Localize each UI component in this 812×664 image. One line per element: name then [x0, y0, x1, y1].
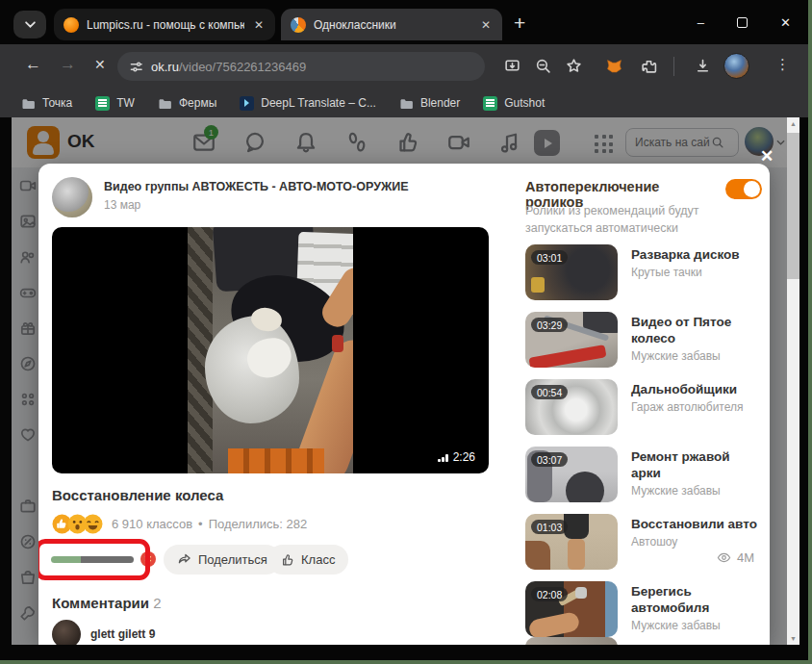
recommendation-item-partial[interactable]	[525, 637, 758, 645]
folder-icon	[21, 97, 36, 110]
video-player[interactable]: 2:26	[52, 227, 489, 473]
desktop-background: Lumpics.ru - помощь с компью ✕ Однокласс…	[0, 0, 812, 664]
rec-subtitle: Автошоу	[631, 535, 758, 549]
shares-count[interactable]: Поделились: 282	[209, 517, 308, 531]
recommendation-item[interactable]: 03:07 Ремонт ржавой аркиМужские забавы	[525, 447, 758, 502]
recommendation-item[interactable]: 00:54 ДальнобойщикиГараж автолюбителя	[525, 379, 758, 435]
bookmark-tw[interactable]: TW	[95, 96, 135, 111]
tab-strip: Lumpics.ru - помощь с компью ✕ Однокласс…	[0, 0, 808, 44]
comments-title: Комментарии	[52, 595, 149, 611]
browser-profile-avatar[interactable]	[723, 53, 749, 79]
recommendation-item[interactable]: 03:29 Видео от Пятое колесоМужские забав…	[525, 312, 758, 368]
video-title: Восстановление колеса	[52, 487, 223, 503]
video-thumbnail[interactable]: 01:03	[525, 514, 618, 570]
video-thumbnail[interactable]: 03:07	[525, 447, 618, 502]
autoplay-desc-line2: запускаться автоматически	[525, 221, 678, 235]
install-icon[interactable]	[504, 58, 520, 74]
stop-button[interactable]: ✕	[94, 57, 106, 72]
video-thumbnail[interactable]: 00:54	[525, 379, 618, 435]
maximize-button[interactable]	[737, 17, 748, 28]
autoplay-desc-line1: Ролики из рекомендаций будут	[525, 204, 699, 217]
recommendation-item[interactable]: 01:03 Восстановили автоАвтошоу	[525, 514, 758, 570]
video-thumbnail[interactable]: 02:08	[525, 581, 618, 637]
modal-close-button[interactable]: ✕	[760, 146, 774, 166]
extensions-puzzle-icon[interactable]	[641, 58, 657, 74]
video-thumbnail[interactable]	[525, 637, 618, 645]
folder-icon	[158, 97, 172, 110]
minimize-button[interactable]: –	[698, 15, 704, 30]
rec-subtitle: Мужские забавы	[631, 619, 758, 632]
bookmark-gutshot[interactable]: Gutshot	[483, 96, 545, 111]
share-label: Поделиться	[198, 552, 267, 567]
video-thumbnail[interactable]: 03:01	[525, 244, 618, 300]
back-button[interactable]: ←	[25, 55, 41, 74]
group-avatar[interactable]	[52, 177, 92, 217]
site-info-icon[interactable]	[129, 60, 143, 74]
url-host: ok.ru	[151, 60, 179, 74]
scrollbar-thumb[interactable]	[787, 133, 799, 279]
forward-button[interactable]: →	[60, 55, 76, 74]
group-name[interactable]: Видео группы АВТОЖЕСТЬ - АВТО-МОТО-ОРУЖИ…	[104, 180, 409, 193]
post-date: 13 мар	[104, 198, 140, 212]
download-icon[interactable]	[695, 58, 711, 74]
address-bar[interactable]: ok.ru/video/7562261236469	[117, 52, 485, 81]
dot-separator: •	[198, 517, 203, 531]
metamask-fox-icon[interactable]	[606, 58, 622, 74]
sheets-icon	[95, 96, 110, 111]
video-modal: Видео группы АВТОЖЕСТЬ - АВТО-МОТО-ОРУЖИ…	[38, 164, 770, 645]
rec-title[interactable]: Ремонт ржавой арки	[631, 448, 758, 481]
comment-author[interactable]: glett gilett 9	[90, 627, 155, 641]
bookmark-label: TW	[116, 96, 135, 110]
scroll-down-arrow[interactable]: ▼	[787, 635, 799, 642]
bookmark-folder[interactable]: Фермы	[158, 96, 216, 110]
duration-badge: 02:08	[531, 587, 568, 601]
class-like-button[interactable]: Класс	[267, 545, 348, 575]
deepl-icon	[240, 96, 254, 111]
comment-avatar[interactable]	[52, 620, 81, 645]
share-button[interactable]: Поделиться	[164, 545, 281, 575]
autoplay-toggle[interactable]	[725, 179, 762, 199]
recommendation-item[interactable]: 02:08 Берегись автомобиляМужские забавы	[525, 581, 758, 637]
rec-title[interactable]: Видео от Пятое колесо	[631, 314, 758, 346]
rec-title[interactable]: Разварка дисков	[631, 246, 758, 263]
rec-title[interactable]: Берегись автомобиля	[631, 583, 758, 616]
share-arrow-icon	[177, 553, 191, 566]
sheets-icon	[483, 96, 497, 111]
comments-heading: Комментарии 2	[52, 595, 162, 611]
tab-close-icon[interactable]: ✕	[479, 18, 493, 32]
bookmark-deepl[interactable]: DeepL Translate – C...	[240, 96, 376, 111]
toolbar-divider	[673, 57, 674, 76]
classes-count[interactable]: 6 910 классов	[112, 517, 192, 531]
tab-odnoklassniki[interactable]: Одноклассники ✕	[281, 9, 502, 40]
reactions-row: 6 910 классов • Поделились: 282	[52, 514, 307, 534]
browser-menu-button[interactable]: ⋮	[775, 56, 790, 73]
tab-label: Одноклассники	[314, 18, 471, 32]
page-scrollbar[interactable]: ▲ ▼	[787, 117, 799, 645]
scroll-up-arrow[interactable]: ▲	[787, 120, 799, 127]
folder-icon	[399, 97, 414, 110]
tab-label: Lumpics.ru - помощь с компью	[87, 18, 244, 32]
class-label: Класс	[301, 552, 335, 567]
bookmark-folder[interactable]: Точка	[21, 96, 72, 110]
duration-badge: 03:29	[531, 318, 568, 332]
video-frame	[188, 227, 353, 473]
bookmark-star-icon[interactable]	[566, 58, 582, 74]
comments-count: 2	[153, 595, 161, 611]
rec-title[interactable]: Восстановили авто	[631, 516, 758, 532]
bookmark-folder[interactable]: Blender	[399, 96, 460, 110]
recommendation-item[interactable]: 03:01 Разварка дисковКрутые тачки	[525, 244, 758, 300]
tab-search-button[interactable]	[13, 11, 46, 38]
page-viewport: OK 1	[12, 117, 787, 645]
bookmarks-bar: Точка TW Фермы DeepL Translate – C... Bl…	[0, 89, 808, 117]
laugh-emoji-icon[interactable]	[83, 514, 103, 534]
ok-favicon-icon	[291, 17, 306, 33]
window-close-button[interactable]: ✕	[780, 15, 791, 30]
tab-close-icon[interactable]: ✕	[252, 18, 266, 32]
bookmark-label: Gutshot	[504, 96, 545, 110]
rec-title[interactable]: Дальнобойщики	[631, 381, 758, 397]
tab-lumpics[interactable]: Lumpics.ru - помощь с компью ✕	[54, 9, 275, 40]
video-thumbnail[interactable]: 03:29	[525, 312, 618, 368]
rec-subtitle: Крутые тачки	[631, 266, 758, 279]
new-tab-button[interactable]: +	[514, 12, 525, 35]
zoom-out-icon[interactable]	[535, 58, 551, 74]
